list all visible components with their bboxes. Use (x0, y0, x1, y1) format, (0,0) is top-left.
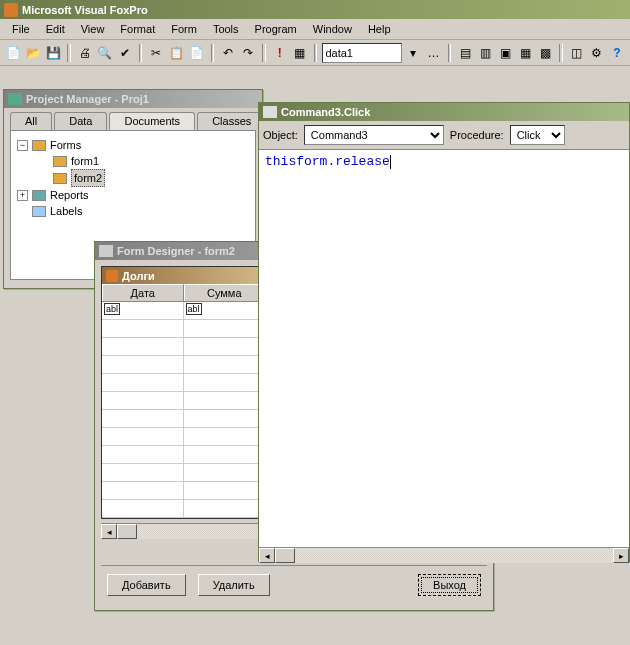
foxpro-icon (4, 3, 18, 17)
project-tree: −Forms form1 form2 +Reports Labels (17, 137, 249, 219)
exit-button[interactable]: Выход (418, 574, 481, 596)
separator (314, 44, 318, 62)
object-combo[interactable]: Command3 (304, 125, 444, 145)
database-combo[interactable] (322, 43, 402, 63)
separator (67, 44, 71, 62)
textbox-placeholder: abl (186, 303, 202, 315)
tab-documents[interactable]: Documents (109, 112, 195, 130)
tab-all[interactable]: All (10, 112, 52, 130)
modify-icon[interactable]: ▦ (291, 42, 309, 63)
delete-button[interactable]: Удалить (198, 574, 270, 596)
separator (211, 44, 215, 62)
options-icon[interactable]: ⚙ (588, 42, 606, 63)
query-icon[interactable]: ▩ (536, 42, 554, 63)
form-buttons-panel: Добавить Удалить Выход (101, 565, 487, 604)
project-icon (8, 93, 22, 105)
scroll-thumb[interactable] (117, 524, 137, 539)
grid-control[interactable]: Долги Дата Сумма abl abl (101, 266, 266, 519)
preview-icon[interactable]: 🔍 (96, 42, 114, 63)
text-cursor (390, 155, 391, 169)
report-icon[interactable]: ▦ (516, 42, 534, 63)
separator (448, 44, 452, 62)
separator (139, 44, 143, 62)
code-editor[interactable]: thisform.release ◂ ▸ (259, 150, 629, 563)
ellipsis-icon[interactable]: … (424, 42, 442, 63)
tree-reports-node[interactable]: +Reports (17, 187, 249, 203)
col-sum[interactable]: Сумма (184, 284, 266, 301)
project-tabs: All Data Documents Classes (4, 108, 262, 130)
spell-icon[interactable]: ✔ (116, 42, 134, 63)
redo-icon[interactable]: ↷ (239, 42, 257, 63)
save-icon[interactable]: 💾 (44, 42, 62, 63)
toolbar: 📄 📂 💾 🖨 🔍 ✔ ✂ 📋 📄 ↶ ↷ ! ▦ ▾ … ▤ ▥ ▣ ▦ ▩ … (0, 40, 630, 66)
browse-icon[interactable]: ▥ (476, 42, 494, 63)
menu-window[interactable]: Window (305, 21, 360, 37)
grid-row[interactable]: abl abl (102, 302, 265, 320)
object-label: Object: (263, 129, 298, 141)
grid-header: Дата Сумма (102, 284, 265, 302)
print-icon[interactable]: 🖨 (76, 42, 94, 63)
object-toolbar: Object: Command3 Procedure: Click (259, 121, 629, 150)
procedure-label: Procedure: (450, 129, 504, 141)
project-manager-title[interactable]: Project Manager - Proj1 (4, 90, 262, 108)
scroll-track[interactable] (295, 548, 613, 563)
cut-icon[interactable]: ✂ (147, 42, 165, 63)
run-icon[interactable]: ! (271, 42, 289, 63)
scroll-left-icon[interactable]: ◂ (101, 524, 117, 539)
help-icon[interactable]: ? (608, 42, 626, 63)
tab-classes[interactable]: Classes (197, 112, 266, 130)
db-icon[interactable]: ▤ (456, 42, 474, 63)
scroll-right-icon[interactable]: ▸ (613, 548, 629, 563)
app-title: Microsoft Visual FoxPro (22, 4, 148, 16)
code-hscroll[interactable]: ◂ ▸ (259, 547, 629, 563)
code-window[interactable]: Command3.Click Object: Command3 Procedur… (258, 102, 630, 562)
procedure-combo[interactable]: Click (510, 125, 565, 145)
menu-view[interactable]: View (73, 21, 113, 37)
scroll-left-icon[interactable]: ◂ (259, 548, 275, 563)
tree-forms-node[interactable]: −Forms (17, 137, 249, 153)
form-icon[interactable]: ▣ (496, 42, 514, 63)
open-icon[interactable]: 📂 (24, 42, 42, 63)
new-icon[interactable]: 📄 (4, 42, 22, 63)
menu-help[interactable]: Help (360, 21, 399, 37)
dropdown-icon[interactable]: ▾ (404, 42, 422, 63)
menu-form[interactable]: Form (163, 21, 205, 37)
separator (559, 44, 563, 62)
separator (262, 44, 266, 62)
menu-format[interactable]: Format (112, 21, 163, 37)
tree-form2[interactable]: form2 (17, 169, 249, 187)
app-titlebar: Microsoft Visual FoxPro (0, 0, 630, 19)
menubar: File Edit View Format Form Tools Program… (0, 19, 630, 40)
copy-icon[interactable]: 📋 (167, 42, 185, 63)
tree-labels-node[interactable]: Labels (17, 203, 249, 219)
undo-icon[interactable]: ↶ (219, 42, 237, 63)
tree-form1[interactable]: form1 (17, 153, 249, 169)
add-button[interactable]: Добавить (107, 574, 186, 596)
code-icon (263, 106, 277, 118)
textbox-placeholder: abl (104, 303, 120, 315)
menu-edit[interactable]: Edit (38, 21, 73, 37)
scroll-thumb[interactable] (275, 548, 295, 563)
form-designer-icon (99, 245, 113, 257)
code-line: thisform.release (265, 154, 390, 169)
paste-icon[interactable]: 📄 (187, 42, 205, 63)
menu-program[interactable]: Program (247, 21, 305, 37)
window-icon[interactable]: ◫ (568, 42, 586, 63)
menu-tools[interactable]: Tools (205, 21, 247, 37)
grid-caption: Долги (102, 267, 265, 284)
tab-data[interactable]: Data (54, 112, 107, 130)
code-window-title[interactable]: Command3.Click (259, 103, 629, 121)
col-date[interactable]: Дата (102, 284, 184, 301)
menu-file[interactable]: File (4, 21, 38, 37)
